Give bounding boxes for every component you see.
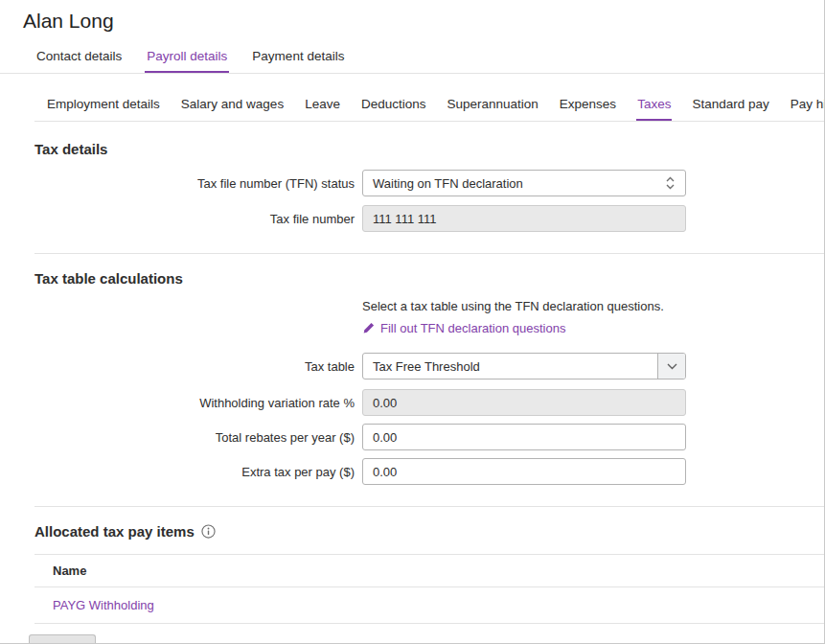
tfn-label: Tax file number bbox=[0, 212, 355, 226]
employee-detail-page: Alan Long Contact details Payroll detail… bbox=[0, 0, 825, 644]
tax-table-row: Tax table Tax Free Threshold bbox=[0, 353, 824, 380]
tfn-row: Tax file number bbox=[0, 205, 824, 232]
main-tab-bar: Contact details Payroll details Payment … bbox=[0, 45, 824, 74]
section-divider bbox=[34, 253, 824, 254]
extra-tax-input[interactable] bbox=[362, 458, 686, 485]
tax-details-section: Tax details Tax file number (TFN) status… bbox=[0, 141, 824, 232]
tab-payroll-details[interactable]: Payroll details bbox=[145, 45, 229, 73]
payroll-sub-tab-bar: Employment details Salary and wages Leav… bbox=[34, 87, 824, 122]
tab-expenses[interactable]: Expenses bbox=[559, 87, 617, 121]
allocated-items-heading-row: Allocated tax pay items bbox=[34, 523, 824, 540]
tfn-status-label: Tax file number (TFN) status bbox=[0, 176, 355, 191]
tab-standard-pay[interactable]: Standard pay bbox=[691, 87, 769, 121]
total-rebates-label: Total rebates per year ($) bbox=[0, 430, 355, 445]
withholding-variation-row: Withholding variation rate % bbox=[0, 389, 824, 416]
allocated-items-table: Name PAYG Withholding bbox=[34, 554, 824, 624]
extra-tax-row: Extra tax per pay ($) bbox=[0, 458, 824, 485]
tax-table-calculations-section: Tax table calculations Select a tax tabl… bbox=[0, 270, 824, 485]
tax-table-helper-text: Select a tax table using the TFN declara… bbox=[362, 299, 824, 313]
tab-leave[interactable]: Leave bbox=[304, 87, 341, 121]
tax-details-heading: Tax details bbox=[34, 141, 824, 157]
tab-pay-history[interactable]: Pay history bbox=[790, 87, 825, 121]
total-rebates-input[interactable] bbox=[362, 424, 686, 450]
withholding-variation-input bbox=[362, 389, 686, 416]
pencil-icon bbox=[362, 322, 375, 334]
tab-superannuation[interactable]: Superannuation bbox=[446, 87, 539, 121]
page-title: Alan Long bbox=[23, 10, 824, 33]
column-header-name: Name bbox=[53, 564, 86, 578]
tax-table-value: Tax Free Threshold bbox=[363, 359, 657, 374]
tab-deductions[interactable]: Deductions bbox=[360, 87, 427, 121]
tab-contact-details[interactable]: Contact details bbox=[34, 45, 124, 73]
tax-table-calculations-heading: Tax table calculations bbox=[34, 270, 824, 287]
partial-footer-button[interactable] bbox=[29, 634, 96, 643]
tax-table-dropdown-button[interactable] bbox=[657, 354, 685, 379]
updown-arrows-icon bbox=[665, 175, 676, 191]
tfn-input bbox=[362, 205, 686, 232]
tfn-status-value: Waiting on TFN declaration bbox=[373, 176, 523, 191]
tab-payment-details[interactable]: Payment details bbox=[250, 45, 346, 73]
tab-taxes[interactable]: Taxes bbox=[636, 87, 672, 121]
payg-withholding-link[interactable]: PAYG Withholding bbox=[53, 598, 154, 612]
tfn-status-select[interactable]: Waiting on TFN declaration bbox=[362, 170, 686, 196]
tax-table-label: Tax table bbox=[0, 359, 355, 374]
tax-table-select[interactable]: Tax Free Threshold bbox=[362, 353, 686, 380]
fill-out-tfn-declaration-link[interactable]: Fill out TFN declaration questions bbox=[362, 321, 565, 335]
table-header-row: Name bbox=[34, 554, 824, 587]
withholding-variation-label: Withholding variation rate % bbox=[0, 396, 355, 410]
fill-out-tfn-declaration-link-label: Fill out TFN declaration questions bbox=[380, 321, 565, 335]
allocated-items-heading: Allocated tax pay items bbox=[34, 523, 195, 540]
section-divider bbox=[34, 506, 824, 507]
total-rebates-row: Total rebates per year ($) bbox=[0, 424, 824, 450]
allocated-tax-pay-items-section: Allocated tax pay items Name PAYG Withho… bbox=[0, 523, 824, 624]
tab-employment-details[interactable]: Employment details bbox=[46, 87, 161, 121]
tab-salary-and-wages[interactable]: Salary and wages bbox=[180, 87, 285, 121]
info-icon[interactable] bbox=[201, 524, 216, 539]
table-row[interactable]: PAYG Withholding bbox=[34, 587, 824, 624]
tfn-status-row: Tax file number (TFN) status Waiting on … bbox=[0, 170, 824, 196]
extra-tax-label: Extra tax per pay ($) bbox=[0, 465, 355, 479]
